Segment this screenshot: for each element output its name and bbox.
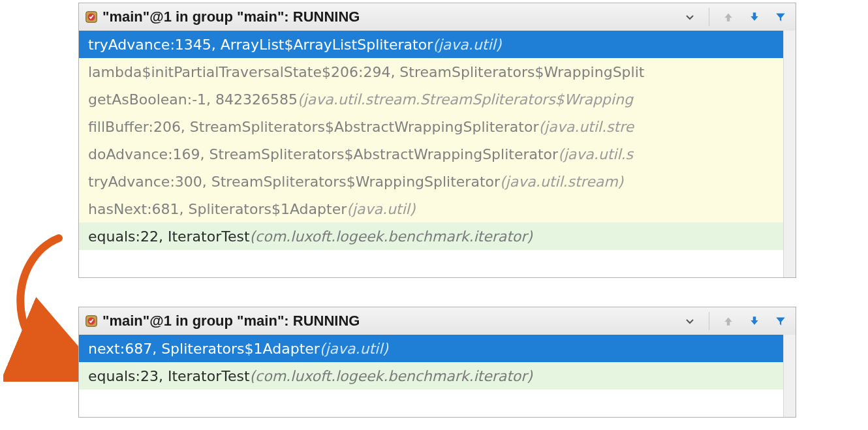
stack-frame[interactable]: lambda$initPartialTraversalState$206:294… xyxy=(79,58,784,85)
thread-title: "main"@1 in group "main": RUNNING xyxy=(102,313,680,330)
frames-list: tryAdvance:1345, ArrayList$ArrayListSpli… xyxy=(79,31,784,277)
thread-select-dropdown[interactable] xyxy=(680,311,700,331)
stack-frame[interactable]: doAdvance:169, StreamSpliterators$Abstra… xyxy=(79,140,784,168)
frame-text: equals:22, IteratorTest xyxy=(88,228,250,245)
frame-location: (java.util.stream.StreamSpliterators$Wra… xyxy=(298,91,633,108)
stack-frame[interactable]: tryAdvance:300, StreamSpliterators$Wrapp… xyxy=(79,168,784,195)
frame-location: (java.util) xyxy=(320,341,388,357)
frames-panel-1: "main"@1 in group "main": RUNNING tryAdv… xyxy=(78,3,796,278)
filter-frames-button[interactable] xyxy=(771,7,790,27)
stack-frame[interactable]: fillBuffer:206, StreamSpliterators$Abstr… xyxy=(79,113,784,140)
divider xyxy=(709,8,709,26)
thread-title: "main"@1 in group "main": RUNNING xyxy=(102,8,680,25)
next-frame-button[interactable] xyxy=(745,7,764,27)
frames-panel-2: "main"@1 in group "main": RUNNING next:6… xyxy=(78,307,796,418)
thread-header: "main"@1 in group "main": RUNNING xyxy=(79,307,796,335)
frame-text: fillBuffer:206, StreamSpliterators$Abstr… xyxy=(88,119,538,135)
scrollbar[interactable] xyxy=(783,31,796,277)
prev-frame-button[interactable] xyxy=(719,311,738,331)
frame-location: (com.luxoft.logeek.benchmark.iterator) xyxy=(250,368,533,384)
stack-frame[interactable]: equals:23, IteratorTest (com.luxoft.loge… xyxy=(79,362,784,390)
stack-frame[interactable]: tryAdvance:1345, ArrayList$ArrayListSpli… xyxy=(79,31,784,58)
frame-text: tryAdvance:1345, ArrayList$ArrayListSpli… xyxy=(88,37,433,53)
frame-location: (java.util) xyxy=(433,37,501,53)
stack-frame[interactable]: hasNext:681, Spliterators$1Adapter (java… xyxy=(79,195,784,223)
frame-text: lambda$initPartialTraversalState$206:294… xyxy=(88,64,644,80)
frame-text: next:687, Spliterators$1Adapter xyxy=(88,341,320,357)
divider xyxy=(709,312,709,330)
frame-location: (com.luxoft.logeek.benchmark.iterator) xyxy=(250,228,533,245)
thread-select-dropdown[interactable] xyxy=(680,7,700,27)
frame-text: equals:23, IteratorTest xyxy=(88,368,250,384)
frame-location: (java.util.stre xyxy=(538,119,634,135)
frame-location: (java.util) xyxy=(347,201,415,217)
filter-frames-button[interactable] xyxy=(771,311,790,331)
stack-frame[interactable]: getAsBoolean:-1, 842326585 (java.util.st… xyxy=(79,85,784,113)
header-tools xyxy=(680,311,790,331)
frame-text: tryAdvance:300, StreamSpliterators$Wrapp… xyxy=(88,174,500,190)
header-tools xyxy=(680,7,790,27)
frames-list: next:687, Spliterators$1Adapter (java.ut… xyxy=(79,335,784,417)
scrollbar[interactable] xyxy=(783,335,796,417)
frame-text: hasNext:681, Spliterators$1Adapter xyxy=(88,201,347,217)
frame-location: (java.util.stream) xyxy=(500,174,623,190)
next-frame-button[interactable] xyxy=(745,311,764,331)
transition-arrow-icon xyxy=(3,232,78,382)
frame-location: (java.util.s xyxy=(558,146,633,162)
frame-text: getAsBoolean:-1, 842326585 xyxy=(88,91,298,108)
stack-frame[interactable]: equals:22, IteratorTest (com.luxoft.loge… xyxy=(79,223,784,250)
thread-header: "main"@1 in group "main": RUNNING xyxy=(79,3,796,31)
frame-text: doAdvance:169, StreamSpliterators$Abstra… xyxy=(88,146,558,162)
thread-icon xyxy=(84,10,99,24)
thread-icon xyxy=(84,314,99,328)
stack-frame[interactable]: next:687, Spliterators$1Adapter (java.ut… xyxy=(79,335,784,362)
prev-frame-button[interactable] xyxy=(719,7,738,27)
